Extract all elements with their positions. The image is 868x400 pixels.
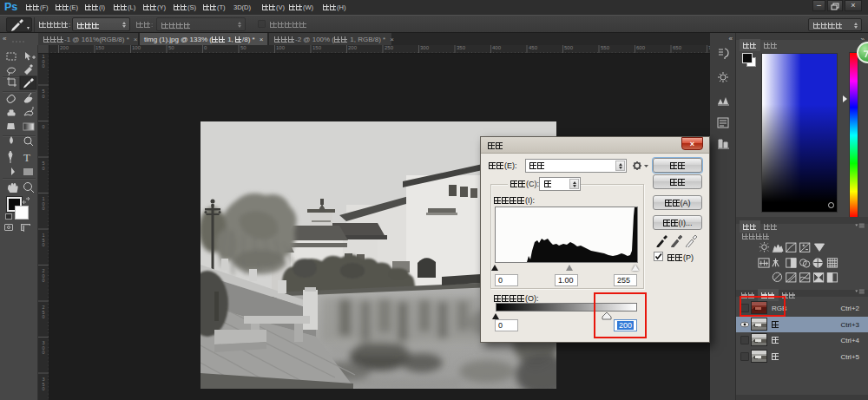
svg-text:T: T xyxy=(23,151,30,164)
